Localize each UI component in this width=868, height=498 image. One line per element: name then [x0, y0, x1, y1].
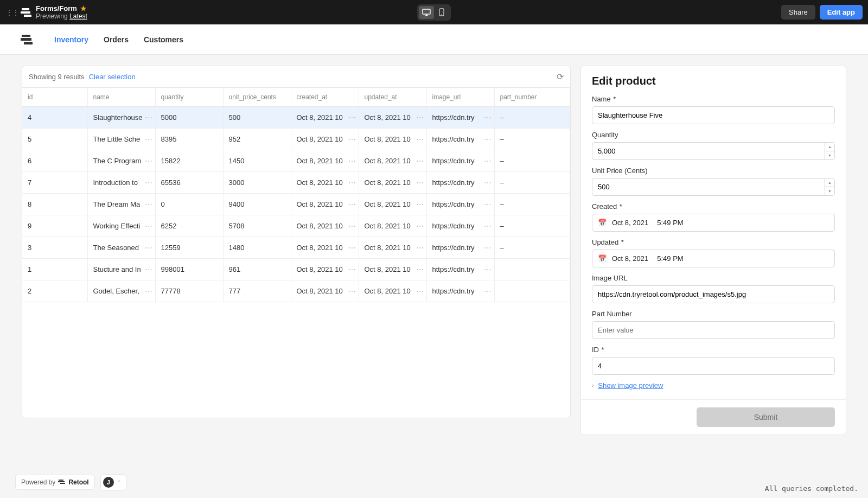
ellipsis-icon[interactable]: ⋯: [145, 178, 152, 187]
ellipsis-icon[interactable]: ⋯: [348, 287, 355, 296]
cell-unit_price_cents[interactable]: 5708: [223, 215, 291, 237]
cell-image_url[interactable]: https://cdn.try⋯: [426, 194, 494, 215]
ellipsis-icon[interactable]: ⋯: [348, 135, 355, 144]
submit-button[interactable]: Submit: [697, 407, 835, 427]
drag-handle-icon[interactable]: ⋮⋮: [5, 11, 18, 14]
cell-image_url[interactable]: https://cdn.try⋯: [426, 129, 494, 150]
cell-name[interactable]: Introduction to⋯: [87, 172, 155, 194]
breadcrumb-path[interactable]: Forms/Form: [36, 4, 77, 13]
ellipsis-icon[interactable]: ⋯: [348, 265, 355, 274]
cell-id[interactable]: 8: [22, 194, 87, 215]
cell-id[interactable]: 1: [22, 259, 87, 280]
quantity-up-icon[interactable]: ▲: [825, 143, 834, 151]
price-down-icon[interactable]: ▼: [825, 187, 834, 195]
cell-part_number[interactable]: –: [494, 129, 570, 150]
ellipsis-icon[interactable]: ⋯: [348, 113, 355, 122]
table-row[interactable]: 6The C Program⋯158221450Oct 8, 2021 10⋯O…: [22, 150, 570, 172]
cell-unit_price_cents[interactable]: 952: [223, 129, 291, 150]
cell-id[interactable]: 9: [22, 215, 87, 237]
cell-name[interactable]: Stucture and In⋯: [87, 259, 155, 280]
cell-updated_at[interactable]: Oct 8, 2021 10⋯: [359, 215, 426, 237]
cell-updated_at[interactable]: Oct 8, 2021 10⋯: [359, 150, 426, 172]
nav-tab-inventory[interactable]: Inventory: [54, 35, 88, 44]
mobile-device-button[interactable]: [434, 6, 449, 19]
ellipsis-icon[interactable]: ⋯: [145, 244, 152, 252]
col-header-id[interactable]: id: [22, 88, 87, 107]
cell-updated_at[interactable]: Oct 8, 2021 10⋯: [359, 172, 426, 194]
desktop-device-button[interactable]: [419, 6, 434, 19]
unit-price-stepper[interactable]: ▲▼: [592, 178, 835, 196]
ellipsis-icon[interactable]: ⋯: [484, 135, 491, 144]
cell-created_at[interactable]: Oct 8, 2021 10⋯: [291, 129, 359, 150]
col-header-name[interactable]: name: [87, 88, 155, 107]
image-url-field[interactable]: [592, 285, 835, 303]
powered-by-badge[interactable]: Powered by Retool: [15, 475, 95, 490]
cell-updated_at[interactable]: Oct 8, 2021 10⋯: [359, 280, 426, 302]
cell-quantity[interactable]: 6252: [155, 215, 223, 237]
cell-id[interactable]: 3: [22, 237, 87, 259]
cell-name[interactable]: The Seasoned⋯: [87, 237, 155, 259]
cell-id[interactable]: 4: [22, 107, 87, 129]
col-header-quantity[interactable]: quantity: [155, 88, 223, 107]
cell-unit_price_cents[interactable]: 1450: [223, 150, 291, 172]
ellipsis-icon[interactable]: ⋯: [348, 222, 355, 231]
cell-name[interactable]: Godel, Escher,⋯: [87, 280, 155, 302]
table-row[interactable]: 1Stucture and In⋯998001961Oct 8, 2021 10…: [22, 259, 570, 280]
ellipsis-icon[interactable]: ⋯: [484, 200, 491, 209]
brand-logo-icon[interactable]: [22, 35, 33, 44]
cell-id[interactable]: 5: [22, 129, 87, 150]
col-header-created[interactable]: created_at: [291, 88, 359, 107]
ellipsis-icon[interactable]: ⋯: [484, 265, 491, 274]
table-row[interactable]: 7Introduction to⋯655363000Oct 8, 2021 10…: [22, 172, 570, 194]
ellipsis-icon[interactable]: ⋯: [484, 157, 491, 165]
cell-created_at[interactable]: Oct 8, 2021 10⋯: [291, 280, 359, 302]
cell-created_at[interactable]: Oct 8, 2021 10⋯: [291, 259, 359, 280]
cell-created_at[interactable]: Oct 8, 2021 10⋯: [291, 215, 359, 237]
id-field[interactable]: [592, 357, 835, 375]
preview-version-link[interactable]: Latest: [69, 12, 87, 20]
cell-updated_at[interactable]: Oct 8, 2021 10⋯: [359, 194, 426, 215]
cell-updated_at[interactable]: Oct 8, 2021 10⋯: [359, 259, 426, 280]
table-row[interactable]: 2Godel, Escher,⋯77778777Oct 8, 2021 10⋯O…: [22, 280, 570, 302]
ellipsis-icon[interactable]: ⋯: [416, 287, 423, 296]
cell-updated_at[interactable]: Oct 8, 2021 10⋯: [359, 237, 426, 259]
ellipsis-icon[interactable]: ⋯: [145, 157, 152, 165]
cell-part_number[interactable]: –: [494, 215, 570, 237]
cell-unit_price_cents[interactable]: 3000: [223, 172, 291, 194]
cell-quantity[interactable]: 5000: [155, 107, 223, 129]
ellipsis-icon[interactable]: ⋯: [416, 222, 423, 231]
ellipsis-icon[interactable]: ⋯: [416, 157, 423, 165]
ellipsis-icon[interactable]: ⋯: [416, 113, 423, 122]
cell-part_number[interactable]: –: [494, 107, 570, 129]
app-logo-icon[interactable]: [22, 8, 31, 17]
star-icon[interactable]: ★: [80, 4, 87, 13]
ellipsis-icon[interactable]: ⋯: [484, 178, 491, 187]
ellipsis-icon[interactable]: ⋯: [145, 135, 152, 144]
table-row[interactable]: 5The Little Sche⋯8395952Oct 8, 2021 10⋯O…: [22, 129, 570, 150]
ellipsis-icon[interactable]: ⋯: [416, 244, 423, 252]
ellipsis-icon[interactable]: ⋯: [145, 287, 152, 296]
ellipsis-icon[interactable]: ⋯: [416, 178, 423, 187]
cell-name[interactable]: Slaughterhouse⋯: [87, 107, 155, 129]
table-row[interactable]: 8The Dream Ma⋯09400Oct 8, 2021 10⋯Oct 8,…: [22, 194, 570, 215]
cell-image_url[interactable]: https://cdn.try⋯: [426, 150, 494, 172]
table-row[interactable]: 9Working Effecti⋯62525708Oct 8, 2021 10⋯…: [22, 215, 570, 237]
cell-part_number[interactable]: –: [494, 172, 570, 194]
cell-image_url[interactable]: https://cdn.try⋯: [426, 237, 494, 259]
col-header-part[interactable]: part_number: [494, 88, 570, 107]
quantity-stepper[interactable]: ▲▼: [592, 142, 835, 160]
cell-updated_at[interactable]: Oct 8, 2021 10⋯: [359, 129, 426, 150]
ellipsis-icon[interactable]: ⋯: [145, 200, 152, 209]
cell-quantity[interactable]: 0: [155, 194, 223, 215]
name-field[interactable]: [592, 106, 835, 124]
nav-tab-orders[interactable]: Orders: [104, 35, 129, 44]
ellipsis-icon[interactable]: ⋯: [484, 113, 491, 122]
edit-app-button[interactable]: Edit app: [820, 5, 863, 20]
cell-quantity[interactable]: 15822: [155, 150, 223, 172]
cell-image_url[interactable]: https://cdn.try⋯: [426, 107, 494, 129]
cell-unit_price_cents[interactable]: 500: [223, 107, 291, 129]
cell-id[interactable]: 7: [22, 172, 87, 194]
cell-part_number[interactable]: [494, 259, 570, 280]
col-header-price[interactable]: unit_price_cents: [223, 88, 291, 107]
cell-quantity[interactable]: 65536: [155, 172, 223, 194]
